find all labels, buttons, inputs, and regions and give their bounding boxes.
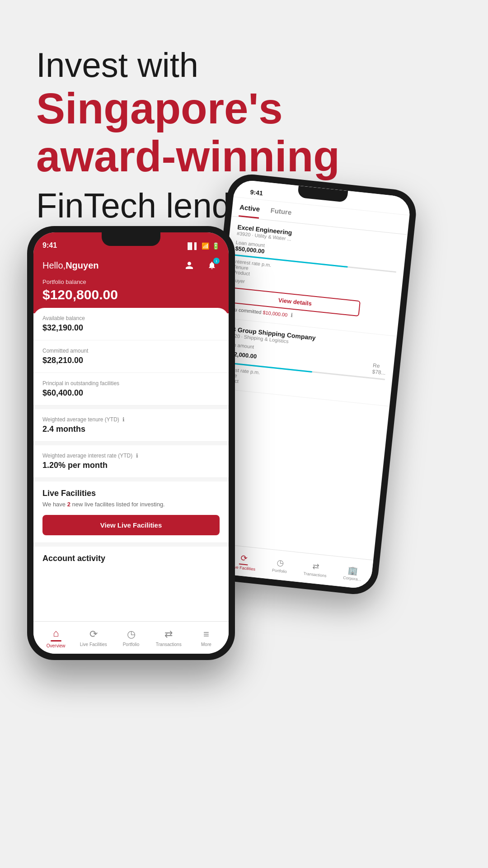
overview-label: Overview <box>47 643 66 648</box>
left-status-icons: ▐▌▌ 📶 🔋 <box>185 242 220 250</box>
right-nav-lf-icon: ⟳ <box>240 552 248 563</box>
left-phone-body: Available balance $32,190.00 Committed a… <box>33 308 229 621</box>
battery-icon: 🔋 <box>212 242 220 250</box>
right-nav-portfolio[interactable]: ◷ Portfolio <box>272 557 288 574</box>
right-tab-active[interactable]: Active <box>239 203 260 219</box>
interest-section: Weighted average interest rate (YTD) ℹ 1… <box>33 445 229 478</box>
divider-4 <box>33 543 229 547</box>
tenure-section: Weighted average tenure (YTD) ℹ 2.4 mont… <box>33 409 229 442</box>
available-balance-section: Available balance $32,190.00 <box>33 308 229 340</box>
phone-notch-left <box>102 232 160 246</box>
nav-live-facilities[interactable]: ⟳ Live Facilities <box>75 628 112 647</box>
live-facilities-nav-icon: ⟳ <box>89 628 98 640</box>
signal-icon: ▐▌▌ <box>185 242 199 250</box>
committed-amount-value: $28,210.00 <box>42 356 220 365</box>
right-nav-portfolio-label: Portfolio <box>272 568 287 574</box>
more-nav-icon: ≡ <box>203 628 209 640</box>
committed-amount-section: Committed amount $28,210.00 <box>33 340 229 373</box>
phone-screen-left: 9:41 ▐▌▌ 📶 🔋 Hello,Nguyen <box>33 232 229 654</box>
nav-overview[interactable]: ⌂ Overview <box>37 627 75 648</box>
interest-value: 1.20% per month <box>42 461 220 470</box>
right-committed-amount-1: $10,000.00 <box>263 310 288 318</box>
hero-line2: Singapore's <box>36 85 340 132</box>
right-nav-portfolio-icon: ◷ <box>276 557 284 568</box>
portfolio-balance-value: $120,800.00 <box>42 287 220 302</box>
account-activity-header: Account activity <box>33 547 229 567</box>
tenure-info-icon: ℹ <box>122 416 125 423</box>
divider-3 <box>33 478 229 481</box>
tenure-value: 2.4 months <box>42 425 220 434</box>
live-facilities-nav-label: Live Facilities <box>80 642 107 647</box>
right-status-time: 9:41 <box>250 189 263 197</box>
left-header: Hello,Nguyen 1 Portfolio balance $120,80… <box>33 252 229 313</box>
live-facilities-section: Live Facilities We have 2 new live facil… <box>33 481 229 543</box>
principal-label: Principal in outstanding facilities <box>42 380 220 387</box>
portfolio-nav-label: Portfolio <box>123 642 140 647</box>
right-facility-card-1: Excel Engineering #3920 · Utility & Wate… <box>221 216 407 336</box>
live-facilities-title: Live Facilities <box>42 489 220 498</box>
portfolio-balance-label: Portfolio balance <box>42 278 220 285</box>
hero-line1: Invest with <box>36 45 340 85</box>
notification-badge: 1 <box>213 258 220 264</box>
right-nav-corporate-icon: 🏢 <box>347 565 358 576</box>
available-balance-value: $32,190.00 <box>42 323 220 333</box>
divider-2 <box>33 442 229 445</box>
nav-transactions[interactable]: ⇄ Transactions <box>150 628 188 647</box>
principal-value: $60,400.00 <box>42 388 220 398</box>
view-live-facilities-button[interactable]: View Live Facilities <box>42 515 220 535</box>
transactions-nav-icon: ⇄ <box>164 628 173 640</box>
live-facilities-desc: We have 2 new live facilites listed for … <box>42 501 220 508</box>
profile-icon-btn[interactable] <box>182 258 197 273</box>
greeting: Hello,Nguyen <box>42 260 99 271</box>
hero-line3: award-winning <box>36 132 340 180</box>
right-nav-transactions-icon: ⇄ <box>312 561 319 571</box>
notification-icon-btn[interactable]: 1 <box>204 258 220 273</box>
nav-more[interactable]: ≡ More <box>188 628 225 647</box>
principal-section: Principal in outstanding facilities $60,… <box>33 373 229 406</box>
tenure-label: Weighted average tenure (YTD) ℹ <box>42 416 220 423</box>
phone-left: 9:41 ▐▌▌ 📶 🔋 Hello,Nguyen <box>27 226 235 660</box>
wifi-icon: 📶 <box>202 242 209 250</box>
right-nav-transactions-label: Transactions <box>303 571 327 578</box>
overview-icon: ⌂ <box>53 627 59 639</box>
available-balance-label: Available balance <box>42 315 220 321</box>
interest-info-icon: ℹ <box>136 453 138 459</box>
phone-frame-left: 9:41 ▐▌▌ 📶 🔋 Hello,Nguyen <box>27 226 235 660</box>
interest-label: Weighted average interest rate (YTD) ℹ <box>42 453 220 459</box>
more-nav-label: More <box>201 642 211 647</box>
nav-portfolio[interactable]: ◷ Portfolio <box>112 628 150 647</box>
transactions-nav-label: Transactions <box>156 642 182 647</box>
divider-1 <box>33 406 229 409</box>
portfolio-nav-icon: ◷ <box>127 628 136 640</box>
left-status-time: 9:41 <box>42 241 57 250</box>
left-bottom-nav: ⌂ Overview ⟳ Live Facilities ◷ Portfolio… <box>33 621 229 654</box>
right-remaining-2: Re$78... <box>372 362 387 376</box>
right-tab-future[interactable]: Future <box>270 207 292 222</box>
header-action-icons: 1 <box>182 258 220 273</box>
left-header-top: Hello,Nguyen 1 <box>42 258 220 273</box>
right-nav-corporate[interactable]: 🏢 Corpora... <box>343 564 362 581</box>
overview-active-line <box>51 640 61 642</box>
right-nav-corporate-label: Corpora... <box>343 575 361 581</box>
right-nav-transactions[interactable]: ⇄ Transactions <box>303 560 328 578</box>
committed-amount-label: Committed amount <box>42 348 220 354</box>
